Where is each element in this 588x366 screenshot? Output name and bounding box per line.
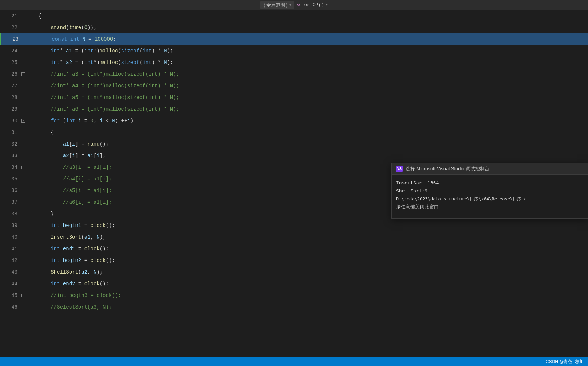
line-number: 22 [6, 22, 20, 33]
function-icon: ⚙ [297, 2, 300, 8]
line-number: 44 [6, 278, 20, 290]
code-line: 21 { [0, 10, 588, 22]
line-number: 27 [6, 80, 20, 92]
code-line: 23 const int N = 100000; [0, 33, 588, 45]
line-number: 21 [6, 10, 20, 22]
gutter-marker[interactable]: - [20, 68, 26, 80]
line-number: 30 [6, 115, 20, 127]
line-number: 46 [6, 301, 20, 313]
code-line: 25 int* a2 = (int*)malloc(sizeof(int) * … [0, 57, 588, 68]
code-line: 42 int begin2 = clock(); [0, 255, 588, 266]
line-number: 42 [6, 255, 20, 266]
line-number: 23 [7, 33, 21, 45]
bottom-bar: CSDN @青色_忘川 [0, 357, 588, 366]
line-number: 40 [6, 231, 20, 243]
line-number: 39 [6, 220, 20, 231]
debug-title-bar[interactable]: VS 选择 Microsoft Visual Studio 调试控制台 [392, 163, 588, 175]
scope-dropdown[interactable]: (全局范围) ▼ [260, 1, 295, 9]
line-number: 41 [6, 243, 20, 255]
code-line: 26- //int* a3 = (int*)malloc(sizeof(int)… [0, 68, 588, 80]
vs-logo: VS [396, 166, 403, 172]
top-bar: (全局范围) ▼ ⚙ TestOP() ▼ [0, 0, 588, 10]
debug-line: 按任意键关闭此窗口. . . [396, 203, 583, 211]
scope-selector: (全局范围) ▼ ⚙ TestOP() ▼ [3, 1, 585, 9]
code-line: 22 srand(time(0)); [0, 22, 588, 33]
code-line: 45- //int begin3 = clock(); [0, 290, 588, 301]
code-line: 28 //int* a5 = (int*)malloc(sizeof(int) … [0, 92, 588, 103]
line-number: 32 [6, 138, 20, 150]
line-number: 38 [6, 208, 20, 220]
debug-line: InsertSort:1364 [396, 179, 583, 187]
function-label: TestOP() [301, 2, 324, 8]
line-number: 36 [6, 185, 20, 196]
editor: 21 {22 srand(time(0));23 const int N = 1… [0, 10, 588, 366]
debug-content: InsertSort:1364ShellSort:9D:\code\2023\d… [392, 175, 588, 218]
code-line: 33 a2[i] = a1[i]; [0, 150, 588, 162]
line-number: 31 [6, 127, 20, 138]
code-line: 40 InsertSort(a1, N); [0, 231, 588, 243]
code-line: 30- for (int i = 0; i < N; ++i) [0, 115, 588, 127]
line-number: 35 [6, 173, 20, 185]
scope-label: (全局范围) [263, 2, 288, 8]
code-line: 32 a1[i] = rand(); [0, 138, 588, 150]
line-number: 33 [6, 150, 20, 162]
gutter-marker[interactable]: - [20, 162, 26, 173]
line-number: 37 [6, 196, 20, 208]
line-number: 45 [6, 290, 20, 301]
code-line: 41 int end1 = clock(); [0, 243, 588, 255]
code-line: 43 ShellSort(a2, N); [0, 266, 588, 278]
debug-line: D:\code\2023\data-structure\排序\x64\Relea… [396, 195, 583, 203]
line-number: 24 [6, 45, 20, 57]
function-selector[interactable]: ⚙ TestOP() ▼ [297, 2, 328, 8]
code-line: 46 //SelectSort(a3, N); [0, 301, 588, 313]
line-number: 34 [6, 162, 20, 173]
line-number: 26 [6, 68, 20, 80]
code-line: 39 int begin1 = clock(); [0, 220, 588, 231]
line-number: 43 [6, 266, 20, 278]
code-line: 24 int* a1 = (int*)malloc(sizeof(int) * … [0, 45, 588, 57]
gutter-marker[interactable]: - [20, 290, 26, 301]
code-line: 44 int end2 = clock(); [0, 278, 588, 290]
line-number: 28 [6, 92, 20, 103]
debug-title-text: 选择 Microsoft Visual Studio 调试控制台 [406, 166, 489, 172]
function-chevron: ▼ [325, 3, 328, 7]
code-line: 29 //int* a6 = (int*)malloc(sizeof(int) … [0, 103, 588, 115]
debug-console: VS 选择 Microsoft Visual Studio 调试控制台 Inse… [391, 163, 588, 219]
code-line: 27 //int* a4 = (int*)malloc(sizeof(int) … [0, 80, 588, 92]
scope-chevron: ▼ [289, 3, 291, 7]
line-number: 25 [6, 57, 20, 68]
code-line: 31 { [0, 127, 588, 138]
debug-line: ShellSort:9 [396, 187, 583, 195]
csdn-label: CSDN @青色_忘川 [546, 359, 584, 365]
gutter-marker[interactable]: - [20, 115, 26, 127]
line-number: 29 [6, 103, 20, 115]
